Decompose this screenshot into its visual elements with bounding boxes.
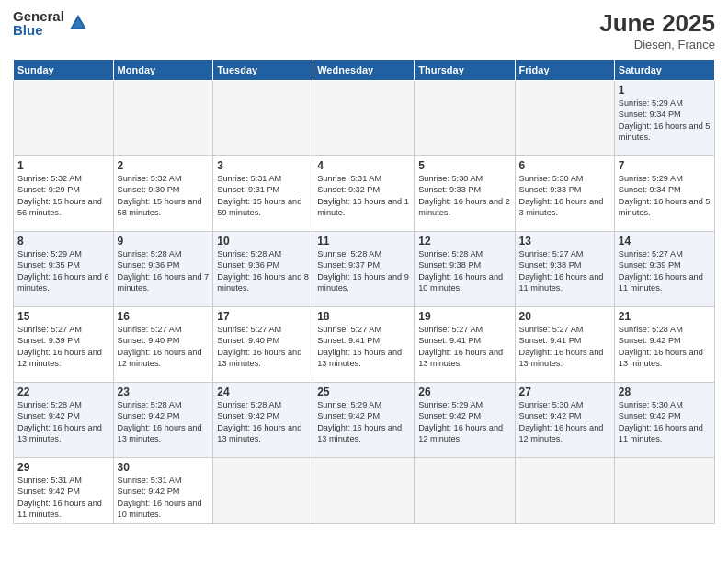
day-number: 11 bbox=[317, 235, 410, 247]
day-number: 6 bbox=[519, 159, 610, 172]
table-row: 29 Sunrise: 5:31 AMSunset: 9:42 PMDaylig… bbox=[14, 458, 114, 524]
table-row bbox=[113, 81, 213, 156]
day-detail: Sunrise: 5:28 AMSunset: 9:42 PMDaylight:… bbox=[217, 400, 301, 443]
table-row: 6 Sunrise: 5:30 AMSunset: 9:33 PMDayligh… bbox=[515, 156, 614, 232]
day-number: 12 bbox=[418, 235, 510, 247]
day-detail: Sunrise: 5:28 AMSunset: 9:42 PMDaylight:… bbox=[619, 325, 703, 368]
day-number: 14 bbox=[619, 235, 711, 247]
header: General Blue June 2025 Diesen, France bbox=[13, 9, 715, 52]
logo-blue: Blue bbox=[13, 23, 64, 37]
col-thursday: Thursday bbox=[415, 60, 515, 81]
day-detail: Sunrise: 5:28 AMSunset: 9:36 PMDaylight:… bbox=[118, 249, 210, 293]
table-row: 30 Sunrise: 5:31 AMSunset: 9:42 PMDaylig… bbox=[113, 458, 213, 524]
table-row bbox=[415, 458, 515, 524]
day-number: 10 bbox=[217, 235, 309, 247]
table-row: 15 Sunrise: 5:27 AMSunset: 9:39 PMDaylig… bbox=[14, 307, 114, 383]
calendar-week-2: 8 Sunrise: 5:29 AMSunset: 9:35 PMDayligh… bbox=[14, 232, 715, 307]
day-number: 28 bbox=[619, 385, 711, 398]
day-detail: Sunrise: 5:29 AMSunset: 9:35 PMDaylight:… bbox=[17, 249, 109, 293]
table-row: 20 Sunrise: 5:27 AMSunset: 9:41 PMDaylig… bbox=[515, 307, 614, 383]
page: General Blue June 2025 Diesen, France Su… bbox=[0, 0, 728, 563]
day-number: 22 bbox=[17, 385, 109, 398]
calendar-week-5: 29 Sunrise: 5:31 AMSunset: 9:42 PMDaylig… bbox=[14, 458, 715, 524]
day-number: 15 bbox=[17, 310, 109, 323]
day-number: 1 bbox=[619, 84, 711, 97]
table-row: 13 Sunrise: 5:27 AMSunset: 9:38 PMDaylig… bbox=[515, 232, 614, 307]
table-row: 12 Sunrise: 5:28 AMSunset: 9:38 PMDaylig… bbox=[415, 232, 515, 307]
day-number: 29 bbox=[17, 461, 109, 474]
col-friday: Friday bbox=[515, 60, 614, 81]
day-number: 9 bbox=[118, 235, 210, 247]
table-row bbox=[213, 81, 313, 156]
day-detail: Sunrise: 5:31 AMSunset: 9:42 PMDaylight:… bbox=[17, 476, 102, 519]
table-row bbox=[515, 458, 614, 524]
day-detail: Sunrise: 5:32 AMSunset: 9:29 PMDaylight:… bbox=[17, 174, 102, 217]
day-number: 18 bbox=[317, 310, 410, 323]
logo: General Blue bbox=[13, 9, 88, 37]
table-row: 4 Sunrise: 5:31 AMSunset: 9:32 PMDayligh… bbox=[313, 156, 415, 232]
table-row: 7 Sunrise: 5:29 AMSunset: 9:34 PMDayligh… bbox=[614, 156, 714, 232]
table-row: 17 Sunrise: 5:27 AMSunset: 9:40 PMDaylig… bbox=[213, 307, 313, 383]
day-number: 21 bbox=[619, 310, 711, 323]
day-number: 8 bbox=[17, 235, 109, 247]
day-detail: Sunrise: 5:28 AMSunset: 9:37 PMDaylight:… bbox=[317, 249, 409, 293]
day-detail: Sunrise: 5:27 AMSunset: 9:41 PMDaylight:… bbox=[317, 325, 402, 368]
table-row: 18 Sunrise: 5:27 AMSunset: 9:41 PMDaylig… bbox=[313, 307, 415, 383]
day-detail: Sunrise: 5:28 AMSunset: 9:42 PMDaylight:… bbox=[118, 400, 202, 443]
day-detail: Sunrise: 5:27 AMSunset: 9:38 PMDaylight:… bbox=[519, 249, 604, 293]
day-detail: Sunrise: 5:27 AMSunset: 9:41 PMDaylight:… bbox=[418, 325, 503, 368]
location: Diesen, France bbox=[599, 38, 715, 52]
table-row: 27 Sunrise: 5:30 AMSunset: 9:42 PMDaylig… bbox=[515, 383, 614, 458]
day-number: 25 bbox=[317, 385, 410, 398]
day-detail: Sunrise: 5:32 AMSunset: 9:30 PMDaylight:… bbox=[118, 174, 202, 217]
day-detail: Sunrise: 5:31 AMSunset: 9:42 PMDaylight:… bbox=[118, 476, 202, 519]
title-block: June 2025 Diesen, France bbox=[599, 9, 715, 52]
day-number: 4 bbox=[317, 159, 410, 172]
table-row bbox=[415, 81, 515, 156]
col-sunday: Sunday bbox=[14, 60, 114, 81]
day-detail: Sunrise: 5:29 AMSunset: 9:42 PMDaylight:… bbox=[317, 400, 402, 443]
day-number: 30 bbox=[118, 461, 210, 474]
table-row: 19 Sunrise: 5:27 AMSunset: 9:41 PMDaylig… bbox=[415, 307, 515, 383]
day-number: 16 bbox=[118, 310, 210, 323]
table-row bbox=[614, 458, 714, 524]
table-row: 24 Sunrise: 5:28 AMSunset: 9:42 PMDaylig… bbox=[213, 383, 313, 458]
table-row: 10 Sunrise: 5:28 AMSunset: 9:36 PMDaylig… bbox=[213, 232, 313, 307]
day-detail: Sunrise: 5:27 AMSunset: 9:39 PMDaylight:… bbox=[17, 325, 102, 368]
day-number: 24 bbox=[217, 385, 309, 398]
col-wednesday: Wednesday bbox=[313, 60, 415, 81]
logo-general: General bbox=[13, 9, 64, 23]
table-row bbox=[14, 81, 114, 156]
col-saturday: Saturday bbox=[614, 60, 714, 81]
day-number: 19 bbox=[418, 310, 510, 323]
calendar-week-0: 1 Sunrise: 5:29 AMSunset: 9:34 PMDayligh… bbox=[14, 81, 715, 156]
table-row bbox=[313, 81, 415, 156]
month-title: June 2025 bbox=[599, 9, 715, 38]
day-detail: Sunrise: 5:29 AMSunset: 9:42 PMDaylight:… bbox=[418, 400, 503, 443]
table-row: 16 Sunrise: 5:27 AMSunset: 9:40 PMDaylig… bbox=[113, 307, 213, 383]
calendar-table: Sunday Monday Tuesday Wednesday Thursday… bbox=[13, 59, 715, 524]
day-number: 26 bbox=[418, 385, 510, 398]
table-row: 5 Sunrise: 5:30 AMSunset: 9:33 PMDayligh… bbox=[415, 156, 515, 232]
col-tuesday: Tuesday bbox=[213, 60, 313, 81]
calendar-week-3: 15 Sunrise: 5:27 AMSunset: 9:39 PMDaylig… bbox=[14, 307, 715, 383]
table-row: 2 Sunrise: 5:32 AMSunset: 9:30 PMDayligh… bbox=[113, 156, 213, 232]
day-detail: Sunrise: 5:31 AMSunset: 9:31 PMDaylight:… bbox=[217, 174, 301, 217]
table-row bbox=[213, 458, 313, 524]
day-detail: Sunrise: 5:28 AMSunset: 9:36 PMDaylight:… bbox=[217, 249, 309, 293]
calendar-week-4: 22 Sunrise: 5:28 AMSunset: 9:42 PMDaylig… bbox=[14, 383, 715, 458]
day-number: 7 bbox=[619, 159, 711, 172]
logo-text: General Blue bbox=[13, 9, 64, 37]
table-row: 25 Sunrise: 5:29 AMSunset: 9:42 PMDaylig… bbox=[313, 383, 415, 458]
table-row: 1 Sunrise: 5:29 AMSunset: 9:34 PMDayligh… bbox=[614, 81, 714, 156]
table-row: 23 Sunrise: 5:28 AMSunset: 9:42 PMDaylig… bbox=[113, 383, 213, 458]
table-row: 8 Sunrise: 5:29 AMSunset: 9:35 PMDayligh… bbox=[14, 232, 114, 307]
day-number: 13 bbox=[519, 235, 610, 247]
day-detail: Sunrise: 5:31 AMSunset: 9:32 PMDaylight:… bbox=[317, 174, 409, 217]
col-monday: Monday bbox=[113, 60, 213, 81]
day-detail: Sunrise: 5:30 AMSunset: 9:42 PMDaylight:… bbox=[519, 400, 604, 443]
day-number: 2 bbox=[118, 159, 210, 172]
table-row: 28 Sunrise: 5:30 AMSunset: 9:42 PMDaylig… bbox=[614, 383, 714, 458]
header-row: Sunday Monday Tuesday Wednesday Thursday… bbox=[14, 60, 715, 81]
table-row: 14 Sunrise: 5:27 AMSunset: 9:39 PMDaylig… bbox=[614, 232, 714, 307]
